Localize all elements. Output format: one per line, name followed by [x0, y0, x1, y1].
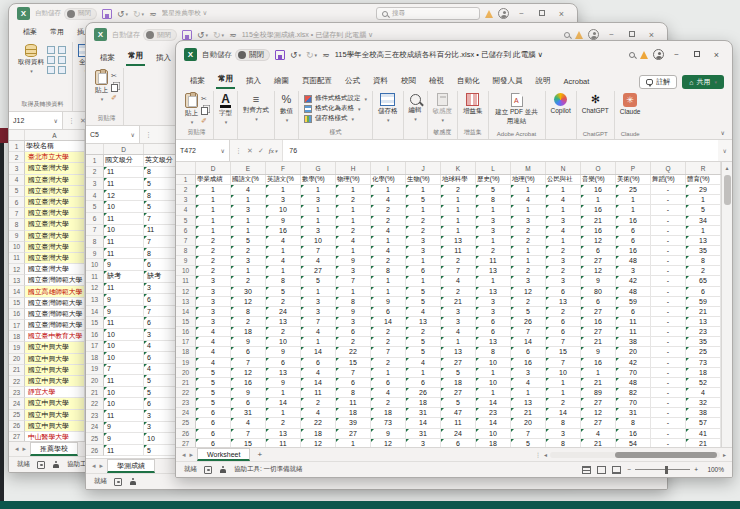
row-number[interactable]: 15: [86, 317, 104, 329]
cell[interactable]: 6: [686, 287, 721, 297]
undo-button[interactable]: ↺: [290, 50, 301, 60]
row-number[interactable]: 13: [9, 275, 25, 286]
cell[interactable]: 1: [686, 226, 721, 236]
cell[interactable]: 12: [231, 368, 266, 378]
cell[interactable]: 國立臺灣大學: [25, 197, 85, 208]
cell[interactable]: 1: [196, 216, 231, 226]
paste-button[interactable]: 貼上: [185, 93, 198, 125]
scroll-up-icon[interactable]: ▴: [725, 162, 728, 173]
cell[interactable]: 4: [371, 388, 406, 398]
row-number[interactable]: 8: [9, 219, 25, 230]
row-number[interactable]: 17: [9, 320, 25, 331]
formula-bar-expand-icon[interactable]: ∨: [718, 147, 732, 154]
cell[interactable]: 5: [406, 347, 441, 357]
cell[interactable]: 7: [511, 327, 546, 337]
row-number[interactable]: 18: [86, 352, 104, 364]
ribbon-tab-常用[interactable]: 常用: [126, 49, 145, 66]
cell[interactable]: 41: [686, 429, 721, 439]
sheet-prev-icon[interactable]: ◂: [15, 445, 19, 453]
cell[interactable]: 1: [301, 287, 336, 297]
row-number[interactable]: 9: [9, 231, 25, 242]
cell[interactable]: 1: [371, 185, 406, 195]
cell[interactable]: 1: [581, 195, 616, 205]
row-number[interactable]: 11: [176, 276, 196, 286]
row-number[interactable]: 14: [86, 306, 104, 318]
row-number[interactable]: 27: [9, 432, 25, 441]
cell[interactable]: 公民與社: [546, 175, 581, 185]
account-icon[interactable]: [498, 8, 509, 19]
cell[interactable]: 國立臺灣大學: [25, 253, 85, 264]
sheet-prev-icon[interactable]: ◂: [92, 462, 96, 470]
cell[interactable]: 6: [196, 418, 231, 428]
cell[interactable]: 1: [196, 226, 231, 236]
cell[interactable]: 11: [104, 375, 144, 387]
cell[interactable]: 73: [686, 358, 721, 368]
cell[interactable]: -: [651, 317, 686, 327]
cell[interactable]: 18: [231, 327, 266, 337]
cell[interactable]: 2: [231, 246, 266, 256]
cell[interactable]: 12: [104, 190, 144, 202]
cell[interactable]: 2: [371, 216, 406, 226]
cell[interactable]: 國立中興大學: [25, 354, 85, 365]
row-number[interactable]: 22: [9, 376, 25, 387]
cell[interactable]: 8: [371, 266, 406, 276]
cell[interactable]: 16: [581, 205, 616, 215]
cell[interactable]: 1: [546, 185, 581, 195]
autosave-toggle[interactable]: 自動儲存 關閉: [202, 49, 270, 61]
cell[interactable]: 11: [336, 398, 371, 408]
cell[interactable]: 11: [616, 327, 651, 337]
cell[interactable]: 6: [371, 307, 406, 317]
cell[interactable]: 2: [476, 246, 511, 256]
cell[interactable]: 5: [406, 297, 441, 307]
cell[interactable]: 3: [406, 246, 441, 256]
cell[interactable]: 22: [336, 347, 371, 357]
cell[interactable]: 31: [616, 408, 651, 418]
ribbon-tab-頁面配置[interactable]: 頁面配置: [300, 74, 334, 89]
copy-icon[interactable]: [201, 107, 208, 115]
cell[interactable]: 6: [406, 378, 441, 388]
cell[interactable]: 1: [301, 205, 336, 215]
row-number[interactable]: 26: [176, 429, 196, 439]
cell[interactable]: 1: [441, 226, 476, 236]
cell[interactable]: 21: [581, 216, 616, 226]
cell[interactable]: 21: [686, 439, 721, 447]
column-header-E[interactable]: E: [231, 162, 266, 174]
cell[interactable]: 9: [104, 422, 144, 434]
sheet-tab[interactable]: 學測成績: [107, 459, 155, 473]
cell[interactable]: 10: [266, 205, 301, 215]
cell[interactable]: 國立臺灣大學: [25, 186, 85, 197]
scroll-left-icon[interactable]: ◂: [544, 451, 547, 458]
cell[interactable]: 2: [371, 256, 406, 266]
select-all-corner[interactable]: [86, 144, 104, 154]
cell[interactable]: 4: [266, 256, 301, 266]
cell[interactable]: 學校名稱: [25, 141, 85, 152]
cell[interactable]: -: [651, 439, 686, 447]
row-number[interactable]: 21: [176, 378, 196, 388]
minimize-button[interactable]: −: [604, 30, 619, 39]
cell[interactable]: 14: [476, 418, 511, 428]
cell[interactable]: 65: [686, 276, 721, 286]
cell[interactable]: 5: [441, 368, 476, 378]
redo-button[interactable]: ↻: [306, 50, 317, 60]
cell[interactable]: 2: [196, 266, 231, 276]
cell[interactable]: 21: [686, 307, 721, 317]
cell[interactable]: 16: [231, 378, 266, 388]
name-box[interactable]: C5∨: [86, 126, 140, 143]
cell[interactable]: 4: [196, 358, 231, 368]
insert-function-icon[interactable]: fx: [269, 147, 278, 155]
cell[interactable]: 39: [336, 418, 371, 428]
cell[interactable]: 1: [301, 216, 336, 226]
cell[interactable]: 6: [301, 358, 336, 368]
conditional-formatting-button[interactable]: 條件式格式設定: [304, 94, 367, 103]
zoom-thumb[interactable]: [665, 466, 668, 474]
cell[interactable]: 5: [266, 287, 301, 297]
cell[interactable]: 42: [616, 276, 651, 286]
cell[interactable]: 10: [476, 378, 511, 388]
search-input[interactable]: 搜尋: [376, 7, 480, 20]
cell[interactable]: 5: [476, 185, 511, 195]
cell[interactable]: 國立臺灣大學: [25, 163, 85, 174]
cell[interactable]: 11: [301, 388, 336, 398]
cell[interactable]: 4: [231, 185, 266, 195]
cell[interactable]: 國立高雄師範大學: [25, 286, 85, 297]
cell[interactable]: 3: [231, 205, 266, 215]
